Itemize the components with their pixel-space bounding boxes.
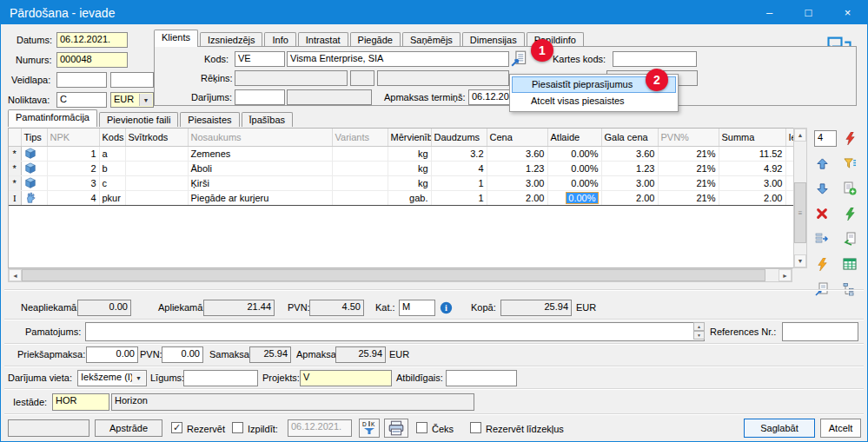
- scroll-left-icon[interactable]: ◄: [9, 269, 22, 281]
- col-mervieniba[interactable]: Mērvienība: [388, 129, 431, 146]
- saglabat-button[interactable]: Saglabāt: [744, 419, 815, 438]
- move-up-icon[interactable]: [814, 155, 830, 171]
- kat-field[interactable]: M: [399, 300, 435, 316]
- scroll-up-icon[interactable]: ▲: [794, 129, 806, 142]
- izpildit-label: Izpildīt:: [248, 424, 278, 434]
- move-down-icon[interactable]: [814, 181, 830, 196]
- ligums-label: Līgums:: [150, 373, 184, 383]
- col-nosaukums[interactable]: Nosaukums: [188, 129, 332, 146]
- darijums-label: Darījums:: [191, 92, 232, 102]
- delete-x-icon[interactable]: [814, 206, 830, 221]
- filter-icon[interactable]: [842, 155, 858, 171]
- excel-export-icon[interactable]: [842, 256, 858, 272]
- numurs-field[interactable]: 000048: [56, 52, 128, 68]
- tab-klients[interactable]: Klients: [154, 30, 198, 47]
- payment-pvn-field[interactable]: 0.00: [162, 346, 203, 363]
- atcelt-button[interactable]: Atcelt: [820, 419, 861, 438]
- col-svitrkods[interactable]: Svītrkods: [125, 129, 188, 146]
- red-lightning-icon[interactable]: [842, 130, 858, 146]
- col-npk[interactable]: NPK: [47, 129, 99, 146]
- chevron-down-icon[interactable]: ▼: [132, 372, 145, 385]
- kartes-kods-field[interactable]: [613, 51, 697, 67]
- tab-pamatinformacija[interactable]: Pamatinformācija: [8, 109, 97, 127]
- scroll-down-icon[interactable]: ▼: [794, 254, 806, 267]
- noliktava-field[interactable]: C: [56, 92, 107, 108]
- menu-item-atcelt-visas-piesaistes[interactable]: Atcelt visas piesaistes: [512, 93, 676, 109]
- green-lightning-icon[interactable]: [842, 206, 858, 221]
- atlaide-edit-value[interactable]: 0.00%: [566, 192, 598, 204]
- dk-posting-icon[interactable]: D K: [359, 419, 380, 438]
- pamatojums-spinner[interactable]: ▲▼: [693, 322, 705, 340]
- col-variants[interactable]: Variants: [332, 129, 388, 146]
- items-table: Tips NPK Kods Svītrkods Nosaukums Varian…: [9, 129, 793, 206]
- row-count-box[interactable]: 4: [814, 130, 837, 147]
- tab-dimensijas[interactable]: Dimensijas: [462, 32, 525, 47]
- tab-ipasibas[interactable]: Īpašības: [242, 112, 294, 127]
- projekts-field[interactable]: V: [300, 370, 392, 386]
- col-tips[interactable]: Tips: [21, 129, 47, 146]
- datums-field[interactable]: 06.12.2021.: [56, 32, 128, 48]
- kopa-currency: EUR: [576, 302, 596, 313]
- scroll-right-icon[interactable]: ►: [779, 269, 792, 281]
- col-summa[interactable]: Summa: [719, 129, 785, 146]
- col-daudzums[interactable]: Daudzums: [431, 129, 487, 146]
- col-kods[interactable]: Kods: [99, 129, 125, 146]
- rezervet-lidzeklus-checkbox[interactable]: [470, 422, 481, 433]
- darijuma-vieta-select[interactable]: Iekšzeme (I) ▼: [77, 370, 147, 386]
- tab-pievienotie-faili[interactable]: Pievienotie faili: [99, 112, 178, 127]
- import-document-icon[interactable]: [842, 231, 858, 247]
- kopa-label: Kopā:: [471, 302, 496, 313]
- pamatojums-label: Pamatojums:: [25, 327, 81, 337]
- apstrade-button[interactable]: Apstrāde: [95, 419, 162, 437]
- izpildit-checkbox[interactable]: [232, 422, 243, 433]
- table-row[interactable]: * 3 c Ķirši kg 1 3.00 0.00% 3.00 21% 3.0…: [9, 175, 793, 190]
- hscroll-thumb[interactable]: [22, 269, 765, 281]
- tab-sanemejs[interactable]: Saņēmējs: [402, 32, 461, 47]
- table-vscrollbar[interactable]: ▲ ≡ ▼: [793, 128, 807, 268]
- maximize-button[interactable]: □: [789, 1, 828, 24]
- atbildigais-field[interactable]: [446, 370, 517, 386]
- pamatojums-field[interactable]: [85, 322, 705, 341]
- goods-cube-icon: [21, 175, 47, 190]
- klients-nosaukums-field[interactable]: Visma Enterprise, SIA: [287, 51, 509, 67]
- kods-field[interactable]: VE: [235, 51, 285, 67]
- minimize-button[interactable]: –: [750, 1, 789, 24]
- table-row[interactable]: * 2 b Āboli kg 4 1.23 0.00% 1.23 21% 4.9…: [9, 161, 793, 175]
- printer-icon[interactable]: [384, 419, 408, 438]
- table-row-selected[interactable]: I 4 pkur Piegāde ar kurjeru gab. 1 2.00 …: [9, 190, 793, 205]
- references-field[interactable]: [782, 322, 858, 341]
- col-ie[interactable]: Ie: [785, 129, 793, 146]
- ligums-field[interactable]: [183, 370, 258, 386]
- iestade-kods-field[interactable]: HOR: [52, 393, 109, 411]
- tab-intrastat[interactable]: Intrastat: [298, 32, 348, 47]
- rows-arrow-icon[interactable]: [814, 231, 830, 247]
- cell-mervieniba: kg: [388, 161, 431, 175]
- table-row[interactable]: * 1 a Zemenes kg 3.2 3.60 0.00% 3.60 21%…: [9, 146, 793, 161]
- darijums-field-2: [287, 89, 372, 105]
- veidlapa-field-2[interactable]: [110, 72, 154, 88]
- copy-add-document-icon[interactable]: [842, 181, 858, 196]
- darijums-field[interactable]: [235, 89, 285, 105]
- tab-piesaistes[interactable]: Piesaistes: [180, 112, 239, 127]
- col-atlaide[interactable]: Atlaide: [547, 129, 601, 146]
- rezervet-checkbox[interactable]: ✓: [171, 422, 182, 433]
- table-hscrollbar[interactable]: ◄ ►: [8, 268, 792, 282]
- col-gala-cena[interactable]: Gala cena: [601, 129, 658, 146]
- col-pvn[interactable]: PVN%: [658, 129, 719, 146]
- chevron-down-icon[interactable]: ▼: [139, 94, 152, 106]
- close-button[interactable]: ×: [828, 1, 867, 24]
- cell-atlaide-editing[interactable]: 0.00%: [547, 190, 601, 205]
- currency-select[interactable]: EUR ▼: [110, 92, 154, 108]
- col-cena[interactable]: Cena: [487, 129, 547, 146]
- cell-cena: 3.00: [487, 175, 547, 190]
- info-icon[interactable]: i: [440, 301, 453, 314]
- ceks-checkbox[interactable]: [416, 422, 427, 433]
- attach-document-icon[interactable]: [511, 50, 527, 67]
- tab-piegade[interactable]: Piegāde: [350, 32, 401, 47]
- tab-izsniedzejs[interactable]: Izsniedzējs: [200, 32, 262, 47]
- veidlapa-field[interactable]: [56, 72, 107, 88]
- vscroll-thumb[interactable]: ≡: [794, 182, 806, 243]
- tab-info[interactable]: Info: [264, 32, 295, 47]
- prieksapmaksa-field[interactable]: 0.00: [86, 346, 138, 363]
- orange-lightning-icon[interactable]: [814, 256, 830, 272]
